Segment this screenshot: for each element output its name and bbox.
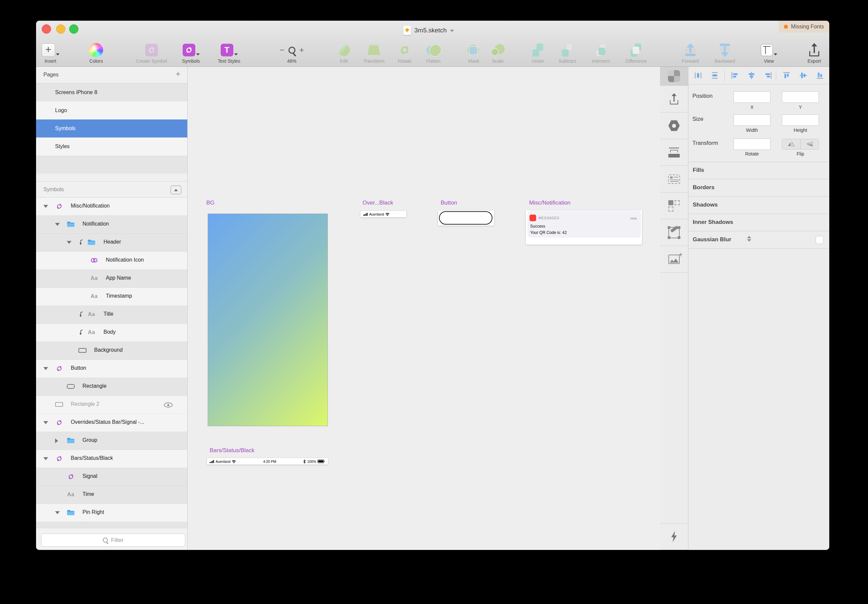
strip-draw-frame-button[interactable]	[660, 219, 688, 246]
sidebar-page-styles[interactable]: Styles	[36, 138, 187, 155]
align-bottom-icon[interactable]	[815, 71, 824, 80]
layer-row-title[interactable]: Aa Title	[36, 306, 187, 324]
blur-type-stepper[interactable]	[747, 236, 751, 242]
distribute-horizontal-icon[interactable]	[694, 71, 702, 80]
pill-button-shape[interactable]	[439, 211, 493, 225]
strip-share-button[interactable]	[660, 86, 688, 113]
strip-add-image-button[interactable]: +	[660, 246, 688, 273]
symbol-icon	[55, 365, 63, 372]
layer-name: Bars/Status/Black	[71, 455, 113, 461]
strip-swap-instance-button[interactable]	[660, 192, 688, 219]
strip-flatten-layers-button[interactable]	[660, 139, 688, 166]
align-top-icon[interactable]	[782, 71, 791, 80]
toolbar-symbols-button[interactable]: Symbols	[171, 42, 211, 65]
section-shadows[interactable]: Shadows	[688, 197, 829, 214]
strip-nut-settings-button[interactable]	[660, 113, 688, 139]
position-y-input[interactable]	[782, 91, 819, 103]
artboard-status-bar[interactable]: Auenland 4:20 PM 100%	[207, 458, 328, 465]
layer-row-notification[interactable]: Notification	[36, 215, 187, 234]
align-center-horizontal-icon[interactable]	[747, 71, 756, 80]
visibility-eye-icon[interactable]	[164, 403, 173, 407]
layer-row-body[interactable]: Aa Body	[36, 324, 187, 342]
layer-row-overrides-status-bar-signal-[interactable]: Overrides/Status Bar/Signal -...	[36, 414, 187, 432]
strip-plugin-logo-button[interactable]	[660, 67, 688, 86]
toolbar-view-button[interactable]: View	[749, 42, 789, 65]
disclosure-triangle-icon[interactable]	[55, 511, 60, 514]
toolbar-export-button[interactable]: Export	[794, 42, 829, 65]
screenshot-stage: 3m5.sketch Missing Fonts +InsertColorsCr…	[0, 0, 868, 604]
layer-row-app-name[interactable]: Aa App Name	[36, 269, 187, 288]
section-gaussian-blur[interactable]: Gaussian Blur	[688, 231, 829, 249]
artboard-label-bg[interactable]: BG	[206, 200, 215, 206]
toolbar-insert-button[interactable]: +Insert	[36, 42, 70, 65]
disclosure-triangle-icon[interactable]	[43, 367, 48, 370]
zoom-control[interactable]: − + 48%	[270, 42, 314, 64]
rotate-input[interactable]	[733, 138, 770, 150]
close-button[interactable]	[42, 24, 51, 34]
zoom-in-icon[interactable]: +	[299, 45, 304, 55]
flip-vertical-button[interactable]	[800, 139, 818, 149]
chevron-down-icon	[234, 53, 238, 56]
filter-input[interactable]: Filter	[41, 534, 185, 547]
disclosure-triangle-icon[interactable]	[43, 421, 48, 424]
artboard-label-notification[interactable]: Misc/Notification	[529, 200, 570, 206]
disclosure-triangle-icon[interactable]	[43, 457, 48, 460]
size-height-input[interactable]	[782, 115, 819, 126]
create-symbol-icon	[145, 44, 158, 56]
disclosure-triangle-icon[interactable]	[43, 205, 48, 208]
collapse-artboards-button[interactable]	[170, 186, 181, 194]
title-chevron-down-icon	[450, 30, 454, 32]
layer-row-misc-notification[interactable]: Misc/Notification	[36, 198, 187, 215]
strip-runner-button[interactable]	[660, 523, 688, 550]
section-borders[interactable]: Borders	[688, 179, 829, 197]
layer-row-notification-icon[interactable]: Notification Icon	[36, 252, 187, 269]
layer-name: App Name	[106, 275, 131, 281]
sidebar-page-screens-iphone-8[interactable]: Screens iPhone 8	[36, 84, 187, 101]
disclosure-triangle-icon[interactable]	[55, 223, 60, 226]
size-width-input[interactable]	[733, 115, 770, 126]
layer-row-button[interactable]: Button	[36, 360, 187, 378]
layer-row-rectangle[interactable]: Rectangle	[36, 378, 187, 396]
minimize-button[interactable]	[56, 24, 65, 34]
layer-row-signal[interactable]: Signal	[36, 468, 187, 486]
artboard-label-button[interactable]: Button	[441, 200, 457, 206]
align-right-icon[interactable]	[764, 71, 772, 80]
layer-row-header[interactable]: Header	[36, 234, 187, 252]
alignment-toolbar	[688, 67, 829, 84]
missing-fonts-badge[interactable]: Missing Fonts	[778, 21, 829, 33]
align-middle-icon[interactable]	[799, 71, 808, 80]
sidebar-page-symbols[interactable]: Symbols	[36, 119, 187, 138]
artboard-bg-gradient[interactable]	[208, 214, 328, 426]
fullscreen-button[interactable]	[69, 24, 79, 34]
section-inner-shadows[interactable]: Inner Shadows	[688, 214, 829, 231]
artboard-status-fragment[interactable]: Auenland	[361, 211, 406, 217]
disclosure-triangle-icon[interactable]	[55, 438, 58, 443]
canvas[interactable]: BG Over...Black Auenland Button Misc/Not…	[188, 67, 660, 550]
layer-row-group[interactable]: Group	[36, 432, 187, 450]
gaussian-blur-checkbox[interactable]	[815, 236, 824, 244]
toolbar-text-styles-button[interactable]: TText Styles	[209, 42, 249, 65]
document-title-group[interactable]: 3m5.sketch	[403, 25, 454, 36]
artboard-label-status-bar[interactable]: Bars/Status/Black	[210, 447, 254, 454]
layer-row-background[interactable]: Background	[36, 342, 187, 360]
sidebar-page-logo[interactable]: Logo	[36, 101, 187, 119]
zoom-out-icon[interactable]: −	[279, 45, 284, 55]
layer-row-timestamp[interactable]: Aa Timestamp	[36, 288, 187, 306]
layer-row-rectangle-2[interactable]: Rectangle 2	[36, 396, 187, 414]
artboard-label-over-black[interactable]: Over...Black	[363, 200, 393, 206]
align-left-icon[interactable]	[730, 71, 739, 80]
artboard-button[interactable]	[438, 211, 494, 226]
disclosure-triangle-icon[interactable]	[67, 241, 71, 244]
toolbar-colors-button[interactable]: Colors	[76, 42, 116, 65]
layer-row-time[interactable]: Aa Time	[36, 486, 187, 504]
layer-row-bars-status-black[interactable]: Bars/Status/Black	[36, 450, 187, 468]
distribute-vertical-icon[interactable]	[710, 71, 719, 80]
section-fills[interactable]: Fills	[688, 162, 829, 179]
add-page-button[interactable]: +	[175, 69, 181, 79]
flip-horizontal-button[interactable]	[782, 139, 800, 149]
notification-card[interactable]: MESSAGES now Success Your QR Code is: 42	[527, 211, 641, 238]
artboard-notification[interactable]: MESSAGES now Success Your QR Code is: 42	[526, 210, 642, 245]
strip-annotation-card-button[interactable]	[660, 166, 688, 192]
layer-row-pin-right[interactable]: Pin Right	[36, 504, 187, 522]
position-x-input[interactable]	[733, 91, 770, 103]
